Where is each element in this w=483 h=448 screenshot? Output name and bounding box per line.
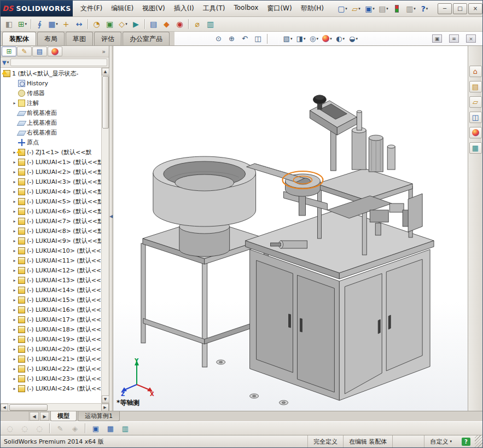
filter-vertices-icon[interactable]: ◌ — [3, 422, 16, 434]
display-style-icon[interactable]: ◨ ▾ — [295, 33, 307, 45]
expand-arrow-icon[interactable]: ▸ — [11, 357, 18, 362]
edit-appearance-icon[interactable]: ● ▾ — [321, 33, 333, 45]
custom-properties-icon[interactable]: ▦ — [469, 142, 482, 154]
smart-fasteners-icon[interactable]: + — [60, 18, 73, 30]
resize-grip[interactable] — [475, 435, 482, 447]
panel-splitter[interactable]: ◀ — [109, 46, 113, 411]
menu-item[interactable]: 文件(F) — [76, 2, 107, 15]
displaymanager-tab[interactable]: ● — [48, 46, 62, 56]
tree-item[interactable]: ▸ (-) LUKUAI<6> (默认<<默 — [1, 206, 101, 216]
tree-item[interactable]: ▸ (-) LUKUAI<17> (默认<<默 — [1, 315, 101, 324]
new-window-icon[interactable]: ▣ — [89, 422, 102, 434]
child-close-button[interactable]: × — [466, 34, 476, 43]
quick-tips-icon[interactable]: ? — [462, 438, 470, 446]
reference-geometry-icon[interactable]: ◇ ▾ — [117, 18, 130, 30]
rebuild-icon[interactable]: ● — [391, 3, 404, 15]
expand-arrow-icon[interactable]: ▸ — [11, 268, 18, 273]
print-icon[interactable]: ▤ ▾ — [377, 3, 390, 15]
filter-edges-icon[interactable]: ◌ — [18, 422, 31, 434]
maximize-button[interactable]: □ — [453, 3, 467, 14]
minimize-button[interactable]: ─ — [438, 3, 452, 14]
expand-arrow-icon[interactable]: ▸ — [11, 278, 18, 283]
tab-scroll-right-icon[interactable]: ▶ — [40, 412, 49, 421]
expand-arrow-icon[interactable]: ▸ — [11, 189, 18, 194]
tree-item[interactable]: ▸ (-) LUKUAI<5> (默认<<默 — [1, 196, 101, 206]
vertical-scroll-thumb[interactable] — [102, 76, 109, 129]
tree-item[interactable]: ▸ (-) LUKUAI<16> (默认<<默 — [1, 305, 101, 315]
collapse-panel-icon[interactable]: ◀ — [109, 214, 113, 219]
file-explorer-icon[interactable]: ▱ — [469, 96, 482, 108]
expand-arrow-icon[interactable]: ▸ — [11, 258, 18, 263]
scroll-left-icon[interactable]: ◀ — [1, 404, 8, 411]
units-dropdown[interactable]: 自定义 ▾ — [424, 435, 457, 447]
horizontal-scroll-thumb[interactable] — [9, 404, 48, 411]
tree-vertical-scrollbar[interactable]: ▲ ▼ — [101, 68, 109, 403]
insert-components-icon[interactable]: ⊞ ▾ — [16, 18, 29, 30]
tree-item[interactable]: History — [1, 78, 101, 88]
solidworks-resources-icon[interactable]: ⌂ — [469, 66, 482, 77]
appearances-icon[interactable]: ● — [469, 127, 482, 138]
tree-item[interactable]: ▸ (-) LUKUAI<8> (默认<<默 — [1, 226, 101, 236]
interference-detection-icon[interactable]: ◉ — [173, 18, 187, 30]
command-tab[interactable]: 评估 — [94, 32, 121, 45]
expand-arrow-icon[interactable]: ▸ — [11, 317, 18, 322]
tree-item[interactable]: ▸ (-) LUKUAI<10> (默认<<默 — [1, 246, 101, 255]
machine-cabinet[interactable] — [246, 209, 434, 400]
tree-item[interactable]: ▸ (-) LUKUAI<15> (默认<<默 — [1, 295, 101, 305]
configurationmanager-tab[interactable]: ▤ — [32, 46, 47, 56]
panel-overflow-chevron[interactable]: » — [100, 48, 108, 55]
new-motion-study-icon[interactable]: ▶ — [130, 18, 143, 30]
scroll-right-icon[interactable]: ▶ — [101, 404, 109, 411]
expand-arrow-icon[interactable]: ▸ — [11, 160, 18, 165]
document-tab[interactable]: 运动算例1 — [78, 411, 120, 421]
linear-component-pattern-icon[interactable]: ▦ ▾ — [46, 18, 60, 30]
expand-arrow-icon[interactable]: ▸ — [11, 366, 18, 371]
expand-arrow-icon[interactable]: ▸ — [11, 101, 18, 106]
tree-item[interactable]: ▸ (-) LUKUAI<23> (默认<<默 — [1, 374, 101, 383]
tree-item[interactable]: ▸ (-) LUKUAI<9> (默认<<默 — [1, 236, 101, 246]
expand-arrow-icon[interactable]: ▸ — [11, 248, 18, 253]
tree-item[interactable]: 传感器 — [1, 88, 101, 98]
zoom-fit-icon[interactable]: ⊙ — [213, 33, 225, 45]
tree-item[interactable]: ▸ (-) LUKUAI<3> (默认<<默 — [1, 177, 101, 187]
tree-item[interactable]: ▸ 注解 — [1, 98, 101, 108]
tree-item[interactable]: ▸ (-) LUKUAI<4> (默认<<默 — [1, 187, 101, 196]
expand-arrow-icon[interactable]: ▸ — [11, 288, 18, 293]
tree-item[interactable]: ▸ (-) LUKUAI<14> (默认<<默 — [1, 285, 101, 295]
tree-item[interactable]: ▸ (-) LUKUAI<22> (默认<<默 — [1, 364, 101, 374]
tree-item[interactable]: ▸ (-) LUKUAI<12> (默认<<默 — [1, 265, 101, 275]
show-hidden-components-icon[interactable]: ◔ — [90, 18, 103, 30]
filter-icon[interactable]: ▼ ▾ — [2, 60, 9, 66]
hide-show-items-icon[interactable]: ◎ ▾ — [308, 33, 320, 45]
command-tab[interactable]: 办公室产品 — [123, 32, 170, 45]
document-tab[interactable]: 模型 — [50, 411, 77, 421]
tree-item[interactable]: ▸ (-) LUKUAI<21> (默认<<默 — [1, 354, 101, 364]
menu-item[interactable]: 插入(I) — [170, 2, 199, 15]
command-tab[interactable]: 布局 — [37, 32, 65, 45]
propertymanager-tab[interactable]: ✎ — [17, 46, 32, 56]
edit-component-icon[interactable]: ◧ — [3, 18, 16, 30]
expand-arrow-icon[interactable]: ▸ — [11, 179, 18, 184]
design-library-icon[interactable]: ▤ — [469, 81, 482, 92]
expand-arrow-icon[interactable]: ▸ — [11, 170, 18, 174]
tree-item[interactable]: ▸ (-) LUKUAI<2> (默认<<默 — [1, 167, 101, 177]
menu-item[interactable]: Toolbox — [229, 2, 263, 15]
bill-of-materials-icon[interactable]: ▤ — [147, 18, 160, 30]
expand-arrow-icon[interactable]: ▸ — [11, 238, 18, 243]
tab-scroll-left-icon[interactable]: ◀ — [30, 412, 39, 421]
expand-arrow-icon[interactable]: ▸ — [11, 219, 18, 224]
tree-item[interactable]: ▸ (-) ZJ1<1> (默认<<默 — [1, 147, 101, 157]
measure-icon[interactable]: ⌀ — [191, 18, 204, 30]
expand-arrow-icon[interactable]: ▸ — [11, 337, 18, 342]
tree-item[interactable]: 原点 — [1, 137, 101, 147]
scroll-up-icon[interactable]: ▲ — [102, 68, 109, 75]
menu-item[interactable]: 帮助(H) — [296, 2, 328, 15]
tree-item[interactable]: ▸ (-) LUKUAI<13> (默认<<默 — [1, 275, 101, 285]
graphics-viewport[interactable]: Y X Z *等轴测 — [113, 46, 468, 411]
exploded-view-icon[interactable]: ◆ — [160, 18, 173, 30]
apply-scene-icon[interactable]: ◐ ▾ — [334, 33, 346, 45]
tree-item[interactable]: 上视基准面 — [1, 118, 101, 127]
previous-view-icon[interactable]: ↶ — [239, 33, 251, 45]
assembly-features-icon[interactable]: ▣ — [103, 18, 117, 30]
options-icon[interactable]: ▥ ▾ — [404, 3, 417, 15]
